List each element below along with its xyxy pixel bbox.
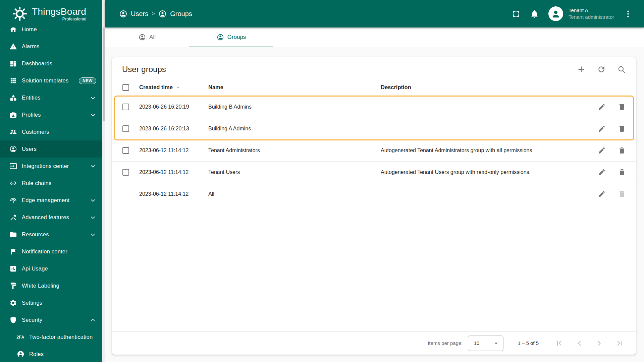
column-header-name[interactable]: Name xyxy=(208,84,381,90)
edge-management-icon xyxy=(9,196,17,204)
solution-templates-icon xyxy=(9,77,17,85)
items-per-page-label: Items per page: xyxy=(428,340,463,346)
dropdown-caret-icon xyxy=(492,340,500,347)
edit-button[interactable] xyxy=(598,168,606,176)
sidebar-item-notification-center[interactable]: Notification center xyxy=(0,243,102,260)
edit-button[interactable] xyxy=(598,103,606,111)
column-header-created-time[interactable]: Created time xyxy=(139,84,208,90)
next-page-button xyxy=(595,339,604,348)
sidebar-item-profiles[interactable]: Profiles xyxy=(0,106,102,123)
table-body: 2023-06-26 16:20:19 Building B Admins xyxy=(112,96,636,205)
roles-icon xyxy=(16,350,24,358)
sidebar-scrollbar-thumb[interactable] xyxy=(103,27,105,121)
cell-name: Tenant Administrators xyxy=(208,147,381,154)
sidebar-item-two-factor-authentication[interactable]: 2FA Two-factor authentication xyxy=(0,328,102,346)
chevron-down-icon xyxy=(90,214,96,221)
sidebar-item-users[interactable]: Users xyxy=(0,140,102,158)
edit-button[interactable] xyxy=(598,146,606,155)
cell-name: All xyxy=(208,191,381,197)
cell-created-time: 2023-06-12 11:14:12 xyxy=(139,191,208,197)
dashboards-icon xyxy=(9,60,17,68)
items-per-page-value: 10 xyxy=(474,340,479,346)
chevron-down-icon xyxy=(90,197,96,204)
delete-button[interactable] xyxy=(618,103,626,111)
table-row[interactable]: 2023-06-12 11:14:12 Tenant Users Autogen… xyxy=(112,162,636,183)
cell-description: Autogenerated Tenant Users group with re… xyxy=(381,169,576,175)
user-group-icon xyxy=(119,10,127,18)
sidebar-item-security[interactable]: Security xyxy=(0,311,102,328)
sort-desc-arrow-icon xyxy=(175,84,181,90)
sidebar-item-dashboards[interactable]: Dashboards xyxy=(0,55,102,72)
sidebar-item-roles[interactable]: Roles xyxy=(0,346,102,362)
entities-icon xyxy=(9,94,17,102)
search-button[interactable] xyxy=(617,65,626,74)
sidebar-item-api-usage[interactable]: Api Usage xyxy=(0,260,102,277)
chevron-down-icon xyxy=(90,163,96,170)
sidebar-item-entities[interactable]: Entities xyxy=(0,89,102,106)
delete-button[interactable] xyxy=(618,168,626,176)
chevron-up-icon xyxy=(90,317,96,323)
main-area: Users > Groups Tenant A Tenant administr… xyxy=(105,0,644,362)
delete-button-disabled xyxy=(618,190,626,198)
sidebar-item-integrations-center[interactable]: Integrations center xyxy=(0,158,102,175)
integrations-center-icon xyxy=(9,162,17,170)
tab-all[interactable]: All xyxy=(105,27,189,47)
items-per-page-select[interactable]: 10 xyxy=(468,336,503,351)
row-checkbox[interactable] xyxy=(122,147,129,154)
fullscreen-icon[interactable] xyxy=(512,9,521,18)
sidebar-menu: Home Alarms Dashboards Solution template… xyxy=(0,21,102,362)
add-group-button[interactable] xyxy=(577,65,586,74)
breadcrumb-groups[interactable]: Groups xyxy=(158,10,192,18)
advanced-features-icon xyxy=(9,214,17,222)
paginator: Items per page: 10 1 – 5 of 5 xyxy=(112,331,636,355)
tenant-role: Tenant administrator xyxy=(569,14,614,20)
edit-button[interactable] xyxy=(598,125,606,133)
cell-name: Tenant Users xyxy=(208,169,381,175)
first-page-button xyxy=(555,339,564,348)
column-header-description[interactable]: Description xyxy=(381,84,576,90)
delete-button[interactable] xyxy=(618,146,626,155)
white-labeling-paint-icon xyxy=(9,282,17,290)
app-root: ThingsBoard Professional Home Alarms Das… xyxy=(0,0,644,362)
row-checkbox[interactable] xyxy=(122,104,129,110)
user-groups-card: User groups Created time xyxy=(112,57,636,355)
notifications-bell-icon[interactable] xyxy=(530,9,539,18)
last-page-button xyxy=(615,339,624,348)
select-all-checkbox[interactable] xyxy=(122,84,129,91)
cell-created-time: 2023-06-26 16:20:13 xyxy=(139,126,208,132)
new-badge: NEW xyxy=(79,77,96,84)
sidebar-item-white-labeling[interactable]: White Labeling xyxy=(0,277,102,294)
sidebar-item-rule-chains[interactable]: Rule chains xyxy=(0,175,102,192)
sidebar-item-customers[interactable]: Customers xyxy=(0,123,102,140)
delete-button[interactable] xyxy=(618,125,626,133)
thingsboard-logo-icon xyxy=(12,6,28,21)
api-usage-chart-icon xyxy=(9,265,17,273)
user-avatar[interactable] xyxy=(548,6,563,21)
row-checkbox[interactable] xyxy=(122,125,129,132)
cell-name: Building B Admins xyxy=(208,104,381,110)
table-row[interactable]: 2023-06-26 16:20:19 Building B Admins xyxy=(112,96,636,118)
sidebar-item-settings[interactable]: Settings xyxy=(0,294,102,311)
refresh-button[interactable] xyxy=(597,65,606,74)
cell-name: Building A Admins xyxy=(208,126,381,132)
user-group-icon xyxy=(158,10,167,18)
table-row[interactable]: 2023-06-26 16:20:13 Building A Admins xyxy=(112,118,636,140)
sidebar-item-advanced-features[interactable]: Advanced features xyxy=(0,209,102,226)
edit-button[interactable] xyxy=(598,190,606,198)
table-row[interactable]: 2023-06-12 11:14:12 Tenant Administrator… xyxy=(112,140,636,162)
notification-center-icon xyxy=(9,248,17,256)
sidebar-item-alarms[interactable]: Alarms xyxy=(0,38,102,55)
chevron-down-icon xyxy=(90,231,96,238)
table-row[interactable]: 2023-06-12 11:14:12 All xyxy=(112,183,636,205)
previous-page-button xyxy=(575,339,584,348)
tab-groups[interactable]: Groups xyxy=(189,27,273,47)
logo[interactable]: ThingsBoard Professional xyxy=(0,0,102,27)
row-checkbox[interactable] xyxy=(122,169,129,176)
settings-gear-icon xyxy=(9,299,17,307)
sidebar-item-edge-management[interactable]: Edge management xyxy=(0,192,102,209)
page-title: User groups xyxy=(122,65,166,74)
breadcrumb-users[interactable]: Users xyxy=(119,10,148,18)
sidebar-item-solution-templates[interactable]: Solution templates NEW xyxy=(0,72,102,89)
kebab-menu-icon[interactable] xyxy=(624,9,633,18)
sidebar-item-resources[interactable]: Resources xyxy=(0,226,102,243)
